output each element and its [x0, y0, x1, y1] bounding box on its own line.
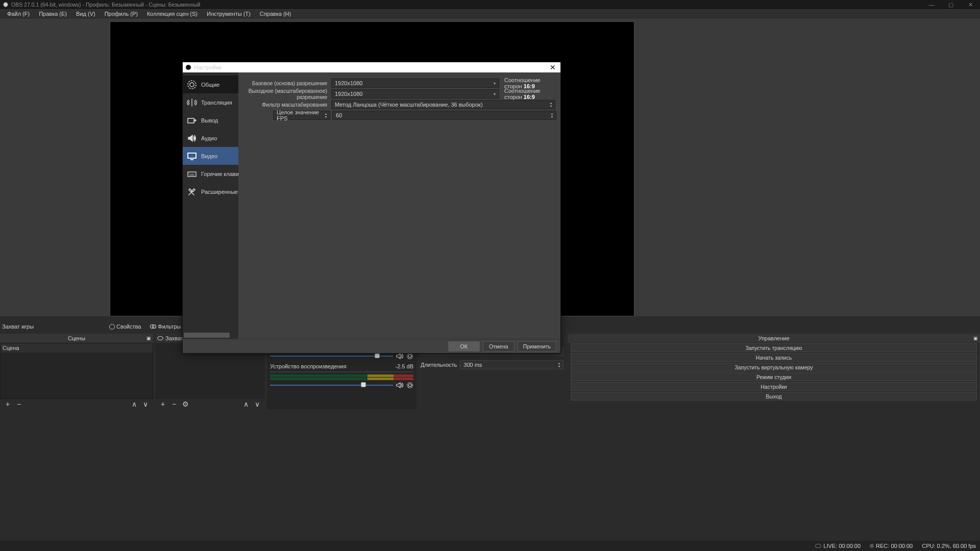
- cpu-status: CPU: 0.2%, 60.00 fps: [922, 543, 976, 549]
- source-up-button[interactable]: ∧: [241, 400, 251, 408]
- source-down-button[interactable]: ∨: [253, 400, 262, 408]
- controls-dock: Управление▣ Запустить трансляцию Начать …: [568, 334, 980, 409]
- channel-db: -2.5 dB: [396, 363, 413, 369]
- gear-icon[interactable]: [406, 382, 413, 389]
- scene-down-button[interactable]: ∨: [141, 400, 150, 408]
- studio-mode-button[interactable]: Режим студии: [571, 372, 977, 381]
- menu-file[interactable]: Файл (F): [3, 10, 34, 18]
- scenes-header[interactable]: Сцены▣: [0, 334, 153, 343]
- output-resolution-label: Выходное (масштабированное) разрешение: [242, 88, 329, 100]
- window-controls: — ▢ ✕: [922, 0, 980, 9]
- close-button[interactable]: ✕: [961, 0, 980, 9]
- add-source-button[interactable]: +: [158, 400, 167, 408]
- tab-label: Горячие клавиши: [201, 171, 238, 177]
- minimize-button[interactable]: —: [922, 0, 941, 9]
- settings-tab-output[interactable]: Вывод: [183, 111, 238, 129]
- meter-scale: [270, 370, 413, 373]
- settings-close-button[interactable]: ✕: [548, 63, 557, 71]
- settings-tab-general[interactable]: Общие: [183, 76, 238, 93]
- start-record-button[interactable]: Начать запись: [571, 353, 977, 362]
- combo-arrows-icon: ▴▾: [325, 112, 327, 118]
- live-status: LIVE: 00:00:00: [815, 543, 861, 549]
- settings-button[interactable]: Настройки: [571, 382, 977, 391]
- maximize-button[interactable]: ▢: [941, 0, 961, 9]
- source-settings-button[interactable]: ⚙: [181, 400, 190, 408]
- svg-rect-9: [188, 153, 196, 158]
- menu-profile[interactable]: Профиль (P): [101, 10, 142, 18]
- menu-help[interactable]: Справка (H): [256, 10, 295, 18]
- settings-tab-video[interactable]: Видео: [183, 147, 238, 165]
- window-titlebar: OBS 27.0.1 (64-bit, windows) - Профиль: …: [0, 0, 980, 9]
- output-resolution-combo[interactable]: 980x551▾: [331, 89, 499, 98]
- dock-popout-icon[interactable]: ▣: [973, 336, 978, 341]
- properties-button[interactable]: Свойства: [107, 323, 143, 330]
- tab-label: Видео: [201, 153, 217, 159]
- settings-titlebar[interactable]: Настройки ✕: [183, 62, 560, 72]
- window-title: OBS 27.0.1 (64-bit, windows) - Профиль: …: [11, 2, 200, 8]
- aspect-output: Соотношение сторон 16:9: [501, 88, 556, 100]
- antenna-icon: [187, 97, 197, 108]
- controls-header[interactable]: Управление▣: [568, 334, 980, 343]
- statusbar: LIVE: 00:00:00 REC: 00:00:00 CPU: 0.2%, …: [0, 541, 980, 551]
- spin-arrows-icon[interactable]: ▴▾: [558, 362, 560, 368]
- svg-rect-10: [188, 172, 196, 177]
- downscale-filter-combo[interactable]: Метод Ланцоша (Чёткое масштабирование, 3…: [331, 100, 555, 109]
- duration-spinbox[interactable]: 300 ms ▴▾: [460, 360, 564, 369]
- add-scene-button[interactable]: +: [3, 400, 12, 408]
- scene-up-button[interactable]: ∧: [130, 400, 139, 408]
- spin-arrows-icon[interactable]: ▴▾: [551, 112, 553, 118]
- dock-popout-icon[interactable]: ▣: [146, 336, 151, 341]
- scene-item[interactable]: Сцена: [1, 343, 153, 353]
- fps-type-value: Целое значение FPS: [277, 109, 325, 121]
- settings-cancel-button[interactable]: Отмена: [483, 341, 514, 352]
- volume-slider[interactable]: [270, 385, 393, 386]
- settings-ok-button[interactable]: ОК: [448, 341, 480, 352]
- tab-label: Трансляция: [201, 99, 232, 106]
- svg-point-2: [408, 355, 411, 358]
- tab-label: Аудио: [201, 135, 217, 141]
- menu-tools[interactable]: Инструменты (T): [203, 10, 255, 18]
- tab-label: Расширенные: [201, 189, 238, 195]
- menu-scene-collection[interactable]: Коллекция сцен (S): [143, 10, 202, 18]
- downscale-filter-value: Метод Ланцоша (Чёткое масштабирование, 3…: [335, 102, 483, 108]
- base-resolution-label: Базовое (основа) разрешение: [242, 80, 329, 86]
- speaker-icon[interactable]: [396, 353, 403, 360]
- base-resolution-combo[interactable]: 980x551▾: [331, 79, 499, 88]
- fps-type-combo[interactable]: Целое значение FPS▴▾: [273, 111, 330, 120]
- gear-icon[interactable]: [406, 353, 413, 360]
- obs-icon: [186, 65, 191, 70]
- start-stream-button[interactable]: Запустить трансляцию: [571, 343, 977, 352]
- speaker-icon[interactable]: [396, 382, 403, 389]
- svg-point-6: [190, 83, 194, 87]
- settings-sidebar: Общие Трансляция Вывод Аудио Видео Горяч…: [183, 72, 238, 339]
- remove-source-button[interactable]: −: [169, 400, 179, 408]
- settings-video-panel: Базовое (основа) разрешение 980x551▾ С…: [238, 72, 560, 339]
- start-virtualcam-button[interactable]: Запустить виртуальную камеру: [571, 363, 977, 371]
- svg-rect-8: [188, 118, 194, 123]
- output-resolution-value: 980x551: [335, 91, 362, 97]
- menu-view[interactable]: Вид (V): [72, 10, 100, 18]
- volume-slider[interactable]: [270, 356, 393, 357]
- eye-icon[interactable]: [157, 336, 163, 340]
- remove-scene-button[interactable]: −: [14, 400, 23, 408]
- duration-label: Длительность: [421, 362, 457, 368]
- keyboard-icon: [187, 169, 197, 179]
- settings-tab-stream[interactable]: Трансляция: [183, 93, 238, 111]
- fps-value: 60: [336, 112, 342, 118]
- filters-icon: [150, 323, 156, 330]
- filters-button[interactable]: Фильтры: [148, 323, 183, 330]
- sidebar-scrollbar[interactable]: [184, 333, 230, 338]
- settings-tab-advanced[interactable]: Расширенные: [183, 183, 238, 201]
- settings-tab-audio[interactable]: Аудио: [183, 129, 238, 147]
- gear-icon: [109, 324, 115, 330]
- record-icon: [870, 544, 874, 548]
- tab-label: Общие: [201, 82, 219, 88]
- scenes-title: Сцены: [68, 335, 85, 341]
- settings-title: Настройки: [194, 64, 222, 70]
- settings-apply-button[interactable]: Применить: [518, 341, 556, 352]
- duration-value: 300 ms: [463, 362, 482, 368]
- exit-button[interactable]: Выход: [571, 392, 977, 400]
- menu-edit[interactable]: Правка (E): [35, 10, 71, 18]
- fps-value-spinbox[interactable]: 60▴▾: [332, 111, 556, 120]
- settings-tab-hotkeys[interactable]: Горячие клавиши: [183, 165, 238, 183]
